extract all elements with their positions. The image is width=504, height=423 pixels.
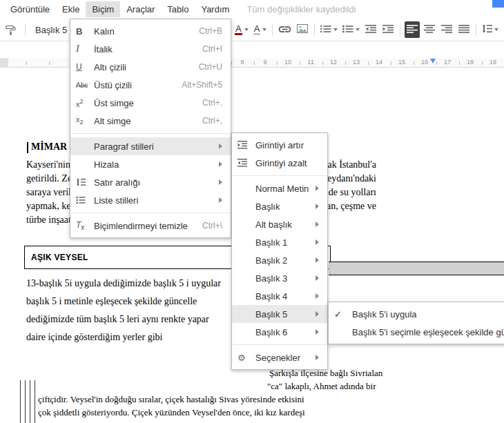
menu-item[interactable]: Satır aralığı xyxy=(70,173,231,191)
submenu-arrow-icon xyxy=(316,222,319,227)
submenu-arrow-icon xyxy=(316,239,319,245)
doc-paragraph-fragment: getirildi. Zel xyxy=(26,173,75,184)
menu-item[interactable]: Girintiyi artır xyxy=(232,136,327,154)
underline-icon: U xyxy=(76,62,94,72)
menu-item[interactable]: Paragraf stilleri xyxy=(70,137,231,155)
menu-item-label: Satır aralığı xyxy=(94,177,140,188)
check-icon: ✓ xyxy=(334,309,352,319)
menu-item[interactable]: IİtalikCtrl+I xyxy=(70,40,231,58)
menubar-item-tablo[interactable]: Tablo xyxy=(161,1,195,17)
menubar-item-bicim[interactable]: Biçim xyxy=(86,1,120,17)
submenu-arrow-icon xyxy=(219,144,222,149)
submenu-arrow-icon xyxy=(316,186,319,191)
submenu-arrow-icon xyxy=(219,179,222,185)
doc-paragraph-fragment: Kayseri'nin xyxy=(26,159,70,170)
toolbar-separator xyxy=(25,23,26,36)
menu-item[interactable]: TxBiçimlendirmeyi temizleCtrl+\ xyxy=(70,217,231,235)
ruler-number: 19 xyxy=(490,59,496,66)
menu-item[interactable]: Alt başlık xyxy=(232,215,327,233)
menu-item[interactable]: ⚙Seçenekler xyxy=(232,348,327,366)
menu-item[interactable]: x2Alt simgeCtrl+, xyxy=(70,112,231,130)
toolbar-separator xyxy=(400,23,400,36)
clear-formatting-icon: Tx xyxy=(76,220,94,231)
save-status-text: Tüm değişiklikler kaydedildi xyxy=(246,4,356,14)
ruler-tick xyxy=(414,61,414,65)
menubar-item-yardim[interactable]: Yardım xyxy=(195,1,235,17)
menu-item[interactable]: Başlık 3 xyxy=(232,269,327,287)
bold-icon: B xyxy=(76,26,94,37)
align-center-button[interactable] xyxy=(422,21,437,38)
menu-item[interactable]: Başlık 2 xyxy=(232,251,327,269)
menu-item[interactable]: Hizala xyxy=(70,155,231,173)
menu-item-label: Girintiyi azalt xyxy=(255,158,307,168)
menu-item[interactable]: Başlık 6 xyxy=(232,323,327,341)
line-spacing-icon xyxy=(482,23,492,36)
heading5-submenu: ✓Başlık 5'i uygulaBaşlık 5'i seçimle eşl… xyxy=(328,302,504,344)
menu-item[interactable]: Normal Metin xyxy=(232,179,327,197)
decrease-indent-button[interactable] xyxy=(363,21,378,38)
menu-separator xyxy=(233,344,327,345)
italic-icon: I xyxy=(76,43,94,55)
align-left-icon xyxy=(407,23,418,36)
menu-item[interactable]: Başlık 5'i seçimle eşleşecek şekilde gün… xyxy=(329,323,504,341)
paint-format-icon[interactable] xyxy=(3,21,18,38)
menubar-item-ekle[interactable]: Ekle xyxy=(56,1,86,17)
menubar-item-araclar[interactable]: Araçlar xyxy=(120,1,161,17)
line-spacing-button[interactable] xyxy=(481,21,500,38)
indent-marker[interactable] xyxy=(430,59,436,63)
ruler-tick xyxy=(49,61,50,65)
menu-item-shortcut: Ctrl+\ xyxy=(188,221,222,230)
share-button-corner[interactable] xyxy=(492,0,504,8)
ruler-tick xyxy=(322,61,323,65)
ruler-number: 16 xyxy=(421,59,428,66)
format-menu: BKalınCtrl+BIİtalikCtrl+IUAltı çiziliCtr… xyxy=(70,19,231,238)
submenu-arrow-icon xyxy=(316,311,319,317)
align-justify-icon xyxy=(458,23,469,36)
menu-item[interactable]: Başlık 4 xyxy=(232,287,327,305)
increase-indent-button[interactable] xyxy=(380,21,396,38)
ruler-number: 12 xyxy=(330,59,337,66)
align-justify-button[interactable] xyxy=(456,21,472,38)
menu-item[interactable]: Başlık 5 xyxy=(232,305,327,323)
submenu-arrow-icon xyxy=(316,329,319,335)
menubar-item-goruntule[interactable]: Görüntüle xyxy=(4,1,56,17)
toolbar-separator xyxy=(476,23,476,36)
menu-item-shortcut: Ctrl+U xyxy=(185,62,222,72)
menu-item[interactable]: Liste stilleri xyxy=(70,191,231,209)
doc-table-border xyxy=(25,380,26,423)
align-center-icon xyxy=(424,23,435,36)
ruler-tick xyxy=(254,61,255,65)
menu-item-label: İtalik xyxy=(94,44,113,55)
menu-item-label: Başlık 1 xyxy=(255,237,287,248)
numbered-list-button[interactable] xyxy=(319,21,339,38)
doc-table-shaded-row xyxy=(329,262,504,275)
menu-item[interactable]: AbcÜstü çiziliAlt+Shift+5 xyxy=(70,76,231,94)
text-cursor xyxy=(27,142,28,153)
ruler-tick xyxy=(391,61,391,65)
doc-table-border xyxy=(30,380,30,423)
insert-image-button[interactable] xyxy=(295,21,310,38)
align-left-button[interactable] xyxy=(405,21,420,38)
menu-item[interactable]: Başlık xyxy=(232,197,327,215)
menu-item[interactable]: x2Üst simgeCtrl+. xyxy=(70,94,231,112)
align-right-button[interactable] xyxy=(439,21,454,38)
doc-table-border xyxy=(35,380,35,423)
text-color-button[interactable]: A xyxy=(233,21,250,38)
menu-item[interactable]: UAltı çiziliCtrl+U xyxy=(70,58,231,76)
ruler-number: 9 xyxy=(263,59,266,66)
menu-item-label: Hizala xyxy=(94,159,119,170)
menu-item[interactable]: BKalınCtrl+B xyxy=(70,22,231,40)
ruler-number: 8 xyxy=(240,59,244,66)
insert-link-button[interactable] xyxy=(277,21,293,38)
menu-item-label: Üst simge xyxy=(94,98,134,108)
menu-item-label: Seçenekler xyxy=(255,353,300,363)
menu-item-label: Normal Metin xyxy=(255,184,309,194)
menu-item[interactable]: Başlık 1 xyxy=(232,233,327,251)
chevron-down-icon xyxy=(494,28,498,31)
menu-item[interactable]: Girintiyi azalt xyxy=(232,154,327,172)
highlight-color-icon: A xyxy=(253,24,261,35)
menu-item[interactable]: ✓Başlık 5'i uygula xyxy=(329,305,504,323)
highlight-color-button[interactable]: A xyxy=(252,21,269,38)
bulleted-list-button[interactable] xyxy=(341,21,361,38)
doc-paragraph-fragment: türbe inşaatı xyxy=(26,215,74,226)
